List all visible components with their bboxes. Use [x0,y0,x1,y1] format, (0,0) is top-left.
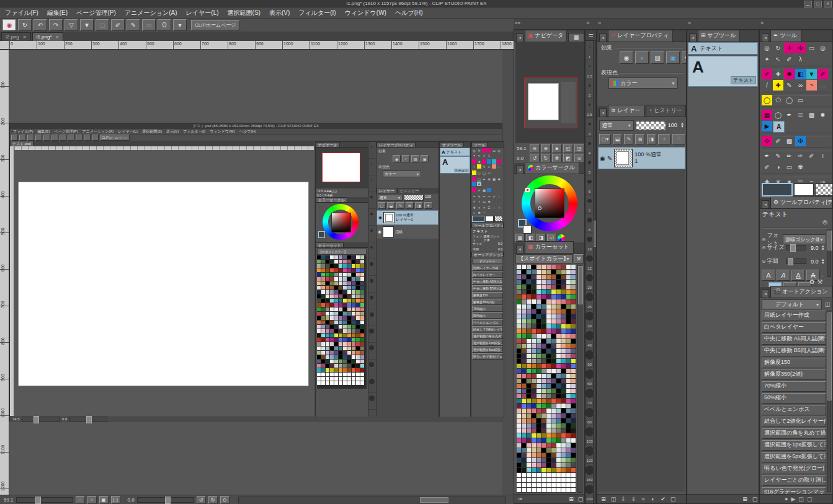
tool-marquee-tool[interactable]: ▭ [806,43,817,53]
color-swatch-cell[interactable] [537,304,541,309]
color-swatch-cell[interactable] [517,290,521,294]
color-swatch-cell[interactable] [537,290,541,294]
tool-select-tool[interactable]: ↖ [773,54,783,64]
color-swatch-cell[interactable] [527,463,531,467]
color-swatch-cell[interactable] [517,374,521,378]
wheel-mode-icon[interactable] [558,234,565,242]
color-swatch-cell[interactable] [546,473,551,477]
color-swatch-cell[interactable] [517,280,521,284]
menu-フィルター(I)[interactable]: フィルター(I) [298,9,336,17]
color-swatch-cell[interactable] [527,399,531,403]
dock-arrow-icon[interactable]: » [598,20,601,26]
color-swatch-cell[interactable] [551,438,556,443]
color-swatch-cell[interactable] [532,359,536,363]
color-swatch-cell[interactable] [532,304,536,309]
color-swatch-cell[interactable] [522,413,526,418]
color-swatch-cell[interactable] [546,299,551,304]
color-swatch-cell[interactable] [551,280,556,284]
menu-ヘルプ(H)[interactable]: ヘルプ(H) [395,9,423,17]
color-swatch-cell[interactable] [556,438,561,443]
tool-line[interactable]: / [762,80,772,91]
tool-gradient[interactable]: ▩ [784,136,795,146]
color-swatch-cell[interactable] [556,399,561,403]
color-swatch-cell[interactable] [556,339,561,343]
color-swatch-cell[interactable] [517,354,521,358]
color-swatch-cell[interactable] [522,409,526,413]
color-swatch-cell[interactable] [522,314,526,319]
color-swatch-cell[interactable] [537,374,541,378]
color-swatch-cell[interactable] [532,413,536,418]
color-set-wrench-icon[interactable]: ⚒ [574,254,584,263]
color-swatch-cell[interactable] [556,319,561,324]
color-swatch-cell[interactable] [566,364,571,368]
color-swatch-cell[interactable] [532,314,536,319]
nav-zoom-out-icon[interactable]: ⊖ [530,144,540,153]
color-swatch-cell[interactable] [571,433,576,438]
tab-navigator[interactable]: ▣ナビゲータ [525,30,567,42]
color-swatch-cell[interactable] [522,294,526,299]
color-swatch-cell[interactable] [551,304,556,309]
spacing-slider[interactable] [786,259,806,264]
color-swatch-cell[interactable] [556,379,561,383]
color-swatch-cell[interactable] [556,275,561,279]
tab-layer[interactable]: ≋レイヤー [608,105,644,117]
folder-icon[interactable]: ◫ [798,496,804,502]
color-swatch-cell[interactable] [537,458,541,462]
color-swatch-cell[interactable] [537,433,541,438]
color-swatch-cell[interactable] [551,275,556,279]
auto-action-item[interactable]: 結合して2値化レイヤー作成 [762,417,826,427]
color-swatch-cell[interactable] [532,468,536,472]
color-swatch-cell[interactable] [541,399,546,403]
color-swatch-cell[interactable] [571,458,576,462]
tool-blend[interactable]: ◑ [773,162,783,172]
color-swatch-cell[interactable] [546,369,551,373]
color-swatch-cell[interactable] [551,319,556,324]
color-swatch-cell[interactable] [537,453,541,458]
color-swatch-cell[interactable] [566,478,571,482]
color-swatch-cell[interactable] [537,418,541,423]
color-swatch-cell[interactable] [522,399,526,403]
color-swatch-cell[interactable] [546,324,551,329]
color-swatch-cell[interactable] [561,409,566,413]
tool-move-tool[interactable]: ✛ [784,43,795,53]
color-swatch-cell[interactable] [537,413,541,418]
color-swatch-cell[interactable] [546,290,551,294]
color-swatch-cell[interactable] [556,463,561,467]
color-swatch-cell[interactable] [541,294,546,299]
color-swatch-cell[interactable] [551,334,556,338]
tool-pen-f[interactable]: ≀ [817,151,828,161]
color-swatch-cell[interactable] [561,389,566,393]
auto-action-item[interactable]: 明るい色で発光(グロー) [762,464,826,474]
color-swatch-cell[interactable] [541,344,546,348]
hsv-toggle-icon[interactable]: ▦ [515,234,525,242]
color-swatch-cell[interactable] [566,379,571,383]
play-icon[interactable]: ▶ [791,496,795,502]
color-swatch-cell[interactable] [527,285,531,289]
color-swatch-cell[interactable] [546,428,551,433]
color-swatch-cell[interactable] [537,314,541,319]
color-swatch-cell[interactable] [532,354,536,358]
color-swatch-cell[interactable] [517,304,521,309]
color-swatch-cell[interactable] [566,423,571,428]
snap-magnet-icon[interactable]: Ω [158,19,171,31]
color-swatch-cell[interactable] [551,324,556,329]
lock-icon[interactable]: ⊠ [635,134,644,144]
color-swatch-cell[interactable] [561,369,566,373]
color-swatch-cell[interactable] [522,265,526,269]
color-swatch-cell[interactable] [522,389,526,393]
color-swatch-cell[interactable] [546,265,551,269]
color-swatch-cell[interactable] [556,294,561,299]
color-swatch-cell[interactable] [541,275,546,279]
color-swatch-cell[interactable] [537,359,541,363]
draft-icon[interactable]: ⛌ [672,134,685,144]
subtool-item-text[interactable]: A テキスト [688,42,758,55]
color-swatch-cell[interactable] [556,423,561,428]
new-layer-icon[interactable]: ⊞ [600,496,607,502]
color-swatch-cell[interactable] [522,418,526,423]
color-swatch-cell[interactable] [561,379,566,383]
apply-icon[interactable]: ✔ [659,496,667,502]
color-swatch-cell[interactable] [541,418,546,423]
canvas-image-inner-screenshot[interactable]: テスト.psd (85.25/80 x 152.00mm 350dpi 74.5… [9,123,502,422]
tool-fill-brush[interactable]: ◧ [795,69,806,79]
add-subtool-icon[interactable]: ⊞ [741,496,749,502]
